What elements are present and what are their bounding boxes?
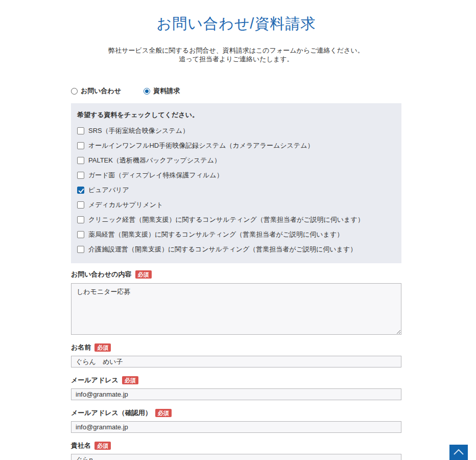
checkbox-icon[interactable] <box>77 127 84 134</box>
material-checkbox-row-medical-supplement[interactable]: メディカルサプリメント <box>77 200 394 210</box>
field-label-row: メールアドレス（確認用） 必須 <box>71 408 401 418</box>
checkbox-label: PALTEK（透析機器バックアップシステム） <box>88 156 221 165</box>
checkbox-label: SRS（手術室統合映像システム） <box>88 126 189 135</box>
checkbox-label: 薬局経営（開業支援）に関するコンサルティング（営業担当者がご説明に伺います） <box>88 230 343 239</box>
company-input[interactable] <box>71 454 401 460</box>
checkbox-icon[interactable] <box>77 246 84 253</box>
field-label: お名前 <box>71 343 91 352</box>
scroll-top-button[interactable] <box>449 445 468 460</box>
required-badge: 必須 <box>94 343 111 352</box>
field-label-row: お名前 必須 <box>71 343 401 352</box>
required-badge: 必須 <box>94 442 111 450</box>
subtitle-line-1: 弊社サービス全般に関するお問合せ、資料請求はこのフォームからご連絡ください。 <box>108 47 364 54</box>
field-label-row: お問い合わせの内容 必須 <box>71 270 401 279</box>
page-title: お問い合わせ/資料請求 <box>71 14 401 34</box>
material-checkbox-row-pharmacy-consulting[interactable]: 薬局経営（開業支援）に関するコンサルティング（営業担当者がご説明に伺います） <box>77 230 394 239</box>
field-label: メールアドレス（確認用） <box>71 408 152 418</box>
material-checkbox-row-guard-screen[interactable]: ガード面（ディスプレイ特殊保護フィルム） <box>77 171 394 180</box>
field-message: お問い合わせの内容 必須 しわモニター応募 <box>71 270 401 335</box>
material-checkbox-row-carehome-consulting[interactable]: 介護施設運営（開業支援）に関するコンサルティング（営業担当者がご説明に伺います） <box>77 245 394 254</box>
checkbox-label: オールインワンフルHD手術映像記録システム（カメラアラームシステム） <box>88 141 314 150</box>
checkbox-icon[interactable] <box>77 187 84 194</box>
checkbox-label: クリニック経営（開業支援）に関するコンサルティング（営業担当者がご説明に伺います… <box>88 215 364 224</box>
email-input[interactable] <box>71 388 401 400</box>
field-email-confirm: メールアドレス（確認用） 必須 <box>71 408 401 433</box>
radio-option-label: 資料請求 <box>153 86 180 96</box>
checkbox-icon[interactable] <box>77 231 84 238</box>
materials-panel: 希望する資料をチェックしてください。 SRS（手術室統合映像システム） オールイ… <box>71 103 401 263</box>
field-label: お問い合わせの内容 <box>71 270 132 279</box>
materials-heading: 希望する資料をチェックしてください。 <box>77 110 394 120</box>
radio-icon[interactable] <box>144 88 150 95</box>
checkbox-icon[interactable] <box>77 157 84 164</box>
material-checkbox-row-srs[interactable]: SRS（手術室統合映像システム） <box>77 126 394 135</box>
inquiry-type-group: お問い合わせ 資料請求 <box>71 86 401 96</box>
checkbox-icon[interactable] <box>77 142 84 149</box>
required-badge: 必須 <box>135 270 152 279</box>
message-textarea[interactable]: しわモニター応募 <box>71 283 401 335</box>
radio-icon[interactable] <box>71 88 78 95</box>
subtitle-line-2: 追って担当者よりご連絡いたします。 <box>179 55 293 63</box>
required-badge: 必須 <box>155 409 172 417</box>
checkbox-icon[interactable] <box>77 172 84 179</box>
radio-option-inquiry[interactable]: お問い合わせ <box>71 86 121 96</box>
checkbox-icon[interactable] <box>77 216 84 223</box>
required-badge: 必須 <box>122 376 138 384</box>
field-name: お名前 必須 <box>71 343 401 367</box>
field-company: 貴社名 必須 <box>71 441 401 460</box>
page-subtitle: 弊社サービス全般に関するお問合せ、資料請求はこのフォームからご連絡ください。追っ… <box>71 46 401 63</box>
checkbox-label: 介護施設運営（開業支援）に関するコンサルティング（営業担当者がご説明に伺います） <box>88 245 356 254</box>
material-checkbox-row-allinone-hd[interactable]: オールインワンフルHD手術映像記録システム（カメラアラームシステム） <box>77 141 394 150</box>
field-label-row: メールアドレス 必須 <box>71 376 401 385</box>
material-checkbox-row-paltek[interactable]: PALTEK（透析機器バックアップシステム） <box>77 156 394 165</box>
email-confirm-input[interactable] <box>71 421 401 433</box>
checkbox-icon[interactable] <box>77 201 84 209</box>
chevron-up-icon <box>453 448 464 455</box>
radio-option-label: お問い合わせ <box>81 86 121 96</box>
checkbox-label: ガード面（ディスプレイ特殊保護フィルム） <box>88 171 223 180</box>
field-label: 貴社名 <box>71 441 91 450</box>
checkbox-label: ピュアバリア <box>88 186 129 195</box>
material-checkbox-row-pure-barrier[interactable]: ピュアバリア <box>77 186 394 195</box>
checkbox-label: メディカルサプリメント <box>88 200 163 210</box>
name-input[interactable] <box>71 356 401 367</box>
field-label: メールアドレス <box>71 376 118 385</box>
field-email: メールアドレス 必須 <box>71 376 401 400</box>
field-label-row: 貴社名 必須 <box>71 441 401 450</box>
radio-option-materials-request[interactable]: 資料請求 <box>144 86 180 96</box>
material-checkbox-row-clinic-consulting[interactable]: クリニック経営（開業支援）に関するコンサルティング（営業担当者がご説明に伺います… <box>77 215 394 224</box>
contact-form: お問い合わせ/資料請求 弊社サービス全般に関するお問合せ、資料請求はこのフォーム… <box>71 0 401 460</box>
